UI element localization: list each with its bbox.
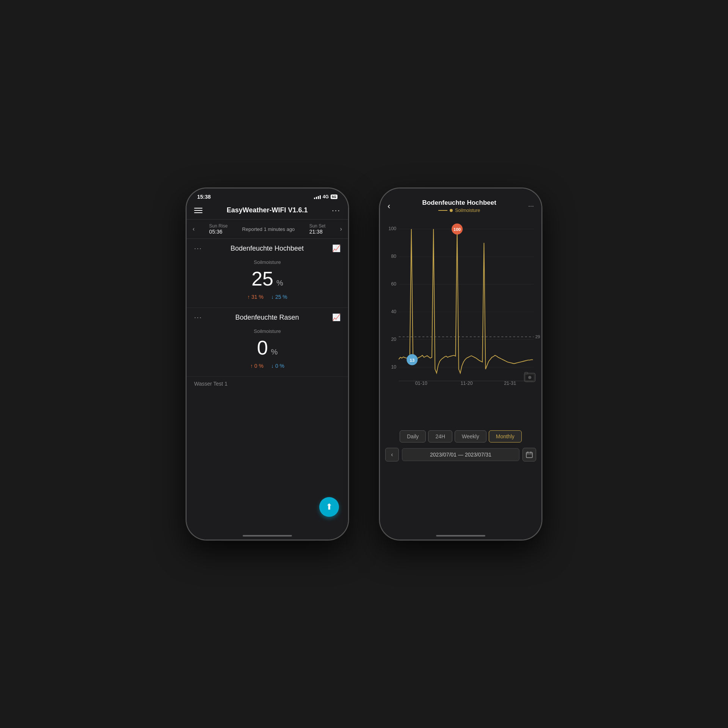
svg-text:20: 20 [391,337,396,342]
svg-text:13: 13 [410,358,415,362]
signal-bars-icon [314,195,321,199]
sensor-card-2-header: ··· Bodenfeuchte Rasen 📈 [194,313,340,322]
tab-monthly[interactable]: Monthly [489,430,522,442]
sunset-time: 21:38 [309,229,326,235]
sensor-card-2-menu[interactable]: ··· [194,314,202,322]
chart-title: Bodenfeuchte Hochbeet [390,199,528,207]
back-button[interactable]: ‹ [388,201,390,211]
time-display: 15:38 [197,194,211,200]
soil-moisture-chart: 100 80 60 40 20 10 29 [384,219,538,424]
sensor-1-min: ↓ 25 % [271,294,287,300]
chart-icon-2[interactable]: 📈 [332,313,340,322]
chart-container: 100 80 60 40 20 10 29 [380,215,541,426]
chart-legend: Soilmoisture [390,208,528,213]
sensor-card-1-title: Bodenfeuchte Hochbeet [202,245,332,253]
svg-rect-27 [526,452,532,458]
sensor-1-unit: % [276,279,283,287]
sensor-card-1-header: ··· Bodenfeuchte Hochbeet 📈 [194,244,340,253]
5g-badge: 5G [331,195,337,199]
sensor-card-2: ··· Bodenfeuchte Rasen 📈 Soilmoisture 0 … [187,308,348,377]
sensor-2-max: ↑ 0 % [250,363,264,369]
sunrise-info: Sun Rise 05:36 [209,223,228,235]
svg-text:21-31: 21-31 [504,381,516,386]
home-indicator [243,535,292,537]
svg-text:01-10: 01-10 [415,381,427,386]
date-range-display[interactable]: 2023/07/01 — 2023/07/31 [402,448,519,461]
status-icons: 4G 5G [314,194,337,199]
calendar-button[interactable] [522,448,536,461]
sensor-2-min: ↓ 0 % [271,363,284,369]
hamburger-menu-icon[interactable] [194,208,202,213]
sunset-label: Sun Set [309,223,326,229]
reported-text: Reported 1 minutes ago [242,226,295,232]
next-chevron-icon[interactable]: › [340,226,342,232]
chart-title-block: Bodenfeuchte Hochbeet Soilmoisture [390,199,528,213]
sunset-info: Sun Set 21:38 [309,223,326,235]
app-title: EasyWeather-WIFI V1.6.1 [227,206,308,214]
sensor-card-1: ··· Bodenfeuchte Hochbeet 📈 Soilmoisture… [187,239,348,308]
notch-2 [430,188,491,200]
sensor-2-label: Soilmoisture [194,328,340,334]
phone-1: 15:38 4G 5G EasyWeather-WIFI V1.6.1 ··· [186,188,349,540]
svg-text:100: 100 [388,226,396,231]
sunrise-label: Sun Rise [209,223,228,229]
sensor-1-value: 25 [251,267,273,290]
svg-rect-0 [384,219,538,424]
svg-text:29: 29 [535,334,540,339]
sensor-1-value-row: 25 % [194,267,340,290]
calendar-icon [526,451,533,458]
svg-text:11-20: 11-20 [461,381,473,386]
partial-card-title: Wasser Test 1 [194,381,228,387]
sensor-1-minmax: ↑ 31 % ↓ 25 % [194,294,340,300]
svg-text:40: 40 [391,309,396,314]
legend-label: Soilmoisture [455,208,480,213]
phone-2: ‹ Bodenfeuchte Hochbeet Soilmoisture ···… [379,188,542,540]
prev-chevron-icon[interactable]: ‹ [193,226,195,232]
svg-text:60: 60 [391,281,396,287]
sensor-2-value-row: 0 % [194,336,340,359]
app-header: EasyWeather-WIFI V1.6.1 ··· [187,202,348,220]
svg-point-21 [528,376,531,379]
partial-card: Wasser Test 1 [187,377,348,391]
legend-dot-icon [450,209,453,212]
sensor-2-value: 0 [257,336,268,359]
chart-icon-1[interactable]: 📈 [332,244,340,253]
svg-rect-22 [525,372,528,374]
tab-24h[interactable]: 24H [428,430,452,442]
period-tabs: Daily 24H Weekly Monthly [380,426,541,446]
svg-text:100: 100 [453,227,461,232]
sensor-1-max: ↑ 31 % [247,294,264,300]
svg-text:10: 10 [391,364,396,370]
network-type: 4G [323,194,329,199]
tab-daily[interactable]: Daily [400,430,426,442]
tab-weekly[interactable]: Weekly [455,430,486,442]
header-menu-button[interactable]: ··· [332,206,340,215]
notch [237,188,298,200]
sunrise-time: 05:36 [209,229,228,235]
chart-menu-button[interactable]: ··· [528,202,534,210]
sensor-2-minmax: ↑ 0 % ↓ 0 % [194,363,340,369]
svg-text:80: 80 [391,254,396,259]
home-indicator-2 [436,535,485,537]
fab-upload-icon: ⬆ [326,502,333,512]
fab-button[interactable]: ⬆ [319,497,339,517]
sensor-card-1-menu[interactable]: ··· [194,245,202,253]
date-prev-button[interactable]: ‹ [385,448,399,461]
sensor-card-2-title: Bodenfeuchte Rasen [202,314,332,322]
sun-info-bar: ‹ Sun Rise 05:36 Reported 1 minutes ago … [187,220,348,239]
sensor-1-label: Soilmoisture [194,259,340,265]
date-navigation: ‹ 2023/07/01 — 2023/07/31 [380,446,541,465]
sensor-2-unit: % [271,348,278,356]
legend-line-icon [438,210,447,211]
